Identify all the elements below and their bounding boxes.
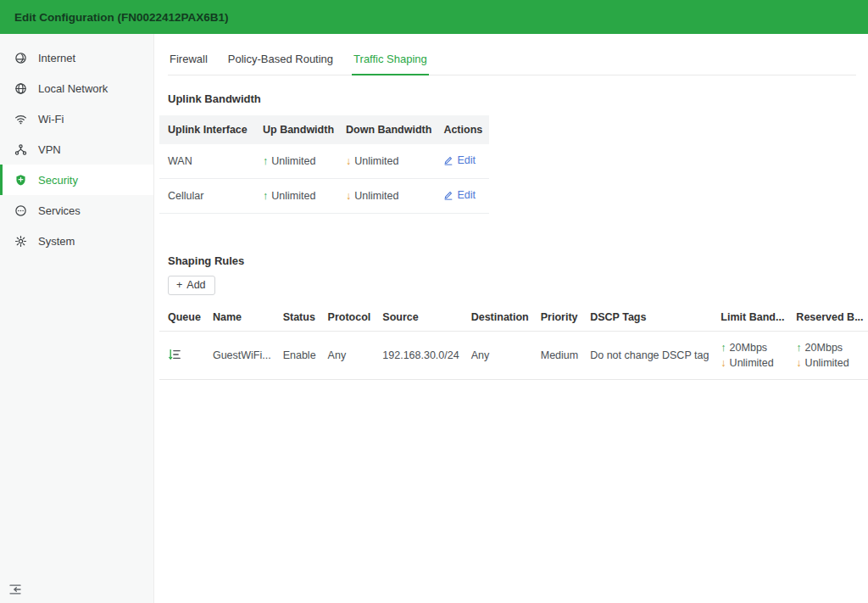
uplink-bandwidth-table: Uplink Interface Up Bandwidth Down Bandw… [159, 115, 489, 214]
rule-priority-cell: Medium [532, 332, 581, 380]
col-down-bandwidth: Down Bandwidth [337, 115, 435, 144]
content-area: Firewall Policy-Based Routing Traffic Sh… [154, 34, 868, 603]
reserved-up-value: 20Mbps [805, 342, 843, 354]
col-uplink-interface: Uplink Interface [159, 115, 254, 144]
plus-icon: + [176, 279, 182, 291]
edit-link[interactable]: Edit [443, 154, 476, 166]
queue-priority-icon[interactable] [168, 352, 181, 364]
sidebar-item-local-network[interactable]: Local Network [0, 73, 153, 103]
add-button-label: Add [186, 279, 205, 291]
pencil-icon [443, 190, 453, 200]
col-queue: Queue [159, 304, 204, 332]
shaping-rules-title: Shaping Rules [168, 254, 868, 267]
col-status: Status [275, 304, 320, 332]
edit-link[interactable]: Edit [443, 189, 476, 201]
sidebar-item-internet[interactable]: Internet [0, 42, 153, 73]
page-title: Edit Configuration (FN0022412PAX6B1) [14, 11, 229, 24]
uplink-interface-cell: WAN [159, 144, 254, 179]
down-bandwidth-cell: ↓Unlimited [337, 179, 435, 214]
shaping-table-header-row: Queue Name Status Protocol Source Destin… [159, 304, 868, 332]
shaping-rule-row: GuestWiFi... Enable Any 192.168.30.0/24 … [159, 332, 868, 380]
sidebar-item-label: System [38, 235, 75, 248]
up-bandwidth-value: Unlimited [271, 155, 315, 167]
sidebar: Internet Local Network Wi-Fi [0, 34, 154, 603]
down-bandwidth-value: Unlimited [354, 190, 398, 202]
local-network-icon [14, 82, 27, 95]
sidebar-item-vpn[interactable]: VPN [0, 134, 153, 165]
col-priority: Priority [532, 304, 581, 332]
up-arrow-icon: ↑ [263, 190, 268, 202]
main-layout: Internet Local Network Wi-Fi [0, 34, 868, 603]
sidebar-item-label: Local Network [38, 82, 108, 95]
actions-cell: Edit [435, 179, 489, 214]
security-shield-icon [14, 174, 27, 187]
internet-icon [14, 52, 27, 64]
uplink-interface-cell: Cellular [159, 179, 254, 214]
col-reserved-bandwidth: Reserved B... [787, 304, 866, 332]
col-dscp-tags: DSCP Tags [581, 304, 712, 332]
rule-protocol-cell: Any [320, 332, 375, 380]
col-name: Name [204, 304, 275, 332]
down-bandwidth-cell: ↓Unlimited [337, 144, 435, 179]
sidebar-item-services[interactable]: Services [0, 195, 153, 226]
rule-status-cell: Enable [275, 332, 320, 380]
tab-traffic-shaping[interactable]: Traffic Shaping [352, 46, 429, 75]
sidebar-item-label: VPN [38, 143, 61, 156]
collapse-sidebar-icon[interactable] [8, 583, 22, 596]
down-arrow-icon: ↓ [796, 357, 801, 369]
col-source: Source [374, 304, 462, 332]
vpn-icon [14, 143, 27, 156]
up-bandwidth-cell: ↑Unlimited [254, 144, 337, 179]
gear-icon [14, 235, 27, 248]
pencil-icon [443, 155, 453, 165]
rule-name-cell: GuestWiFi... [204, 332, 275, 380]
col-up-bandwidth: Up Bandwidth [254, 115, 337, 144]
uplink-row-wan: WAN ↑Unlimited ↓Unlimited Edit [159, 144, 489, 179]
up-arrow-icon: ↑ [721, 342, 726, 354]
uplink-row-cellular: Cellular ↑Unlimited ↓Unlimited Edit [159, 179, 489, 214]
tab-policy-based-routing[interactable]: Policy-Based Routing [226, 46, 335, 75]
sidebar-item-system[interactable]: System [0, 226, 153, 256]
down-arrow-icon: ↓ [721, 357, 726, 369]
rule-limit-bandwidth-cell: ↑20Mbps ↓Unlimited [712, 332, 787, 380]
uplink-bandwidth-title: Uplink Bandwidth [168, 92, 868, 105]
queue-cell [159, 332, 204, 380]
down-bandwidth-value: Unlimited [354, 155, 398, 167]
sidebar-item-label: Internet [38, 52, 75, 64]
actions-cell: Edit [435, 144, 489, 179]
sidebar-item-label: Services [38, 204, 81, 217]
edit-configuration-header: Edit Configuration (FN0022412PAX6B1) [0, 0, 868, 34]
reserved-down-value: Unlimited [805, 357, 849, 369]
limit-up-value: 20Mbps [730, 342, 767, 354]
up-arrow-icon: ↑ [263, 155, 268, 167]
rule-reserved-bandwidth-cell: ↑20Mbps ↓Unlimited [787, 332, 866, 380]
edit-label: Edit [457, 189, 476, 201]
wifi-icon [14, 113, 27, 126]
up-bandwidth-cell: ↑Unlimited [254, 179, 337, 214]
sidebar-item-label: Wi-Fi [38, 113, 64, 126]
down-arrow-icon: ↓ [346, 190, 351, 202]
edit-label: Edit [457, 154, 476, 166]
col-destination: Destination [463, 304, 532, 332]
tab-firewall[interactable]: Firewall [168, 46, 209, 75]
col-limit-bandwidth: Limit Band... [712, 304, 787, 332]
down-arrow-icon: ↓ [346, 155, 351, 167]
tab-bar: Firewall Policy-Based Routing Traffic Sh… [168, 46, 856, 75]
sidebar-item-label: Security [38, 174, 78, 187]
col-actions: Actions [435, 115, 489, 144]
rule-destination-cell: Any [463, 332, 532, 380]
rule-source-cell: 192.168.30.0/24 [374, 332, 462, 380]
uplink-table-header-row: Uplink Interface Up Bandwidth Down Bandw… [159, 115, 489, 144]
sidebar-item-security[interactable]: Security [0, 165, 153, 195]
services-icon [14, 204, 27, 217]
add-rule-button[interactable]: + Add [168, 276, 215, 295]
shaping-rules-table: Queue Name Status Protocol Source Destin… [159, 304, 868, 380]
rule-dscp-cell: Do not change DSCP tag [581, 332, 712, 380]
sidebar-item-wifi[interactable]: Wi-Fi [0, 103, 153, 134]
limit-down-value: Unlimited [730, 357, 774, 369]
up-bandwidth-value: Unlimited [271, 190, 315, 202]
up-arrow-icon: ↑ [796, 342, 801, 354]
col-protocol: Protocol [320, 304, 375, 332]
